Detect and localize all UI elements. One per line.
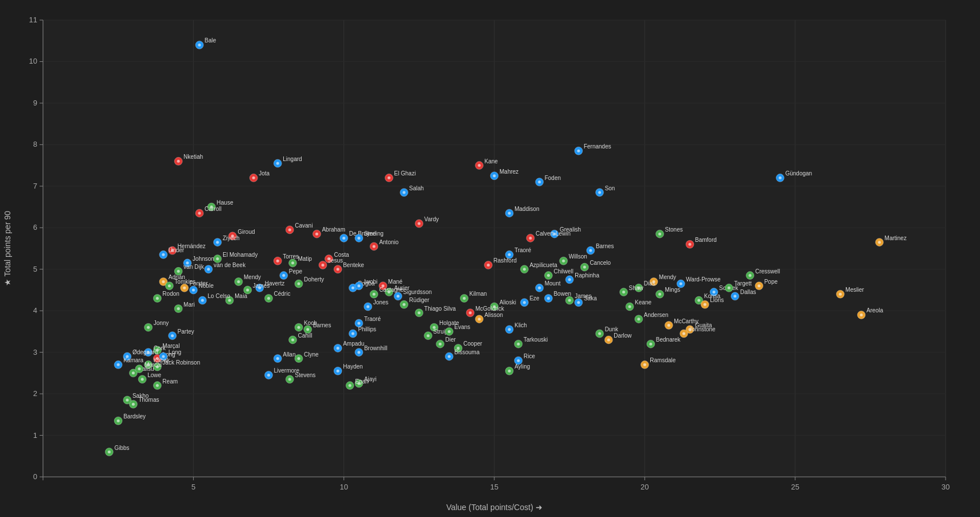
svg-point-163 xyxy=(276,357,279,360)
svg-point-103 xyxy=(667,324,670,327)
svg-point-101 xyxy=(628,305,631,308)
svg-point-201 xyxy=(117,420,120,422)
player-label: Sigurdsson xyxy=(403,289,432,295)
svg-point-83 xyxy=(658,233,661,236)
svg-point-129 xyxy=(508,370,511,373)
player-label: Jones xyxy=(373,299,389,306)
player-label: Cédric xyxy=(274,291,291,297)
svg-point-158 xyxy=(349,384,352,387)
svg-point-153 xyxy=(352,332,354,335)
svg-point-148 xyxy=(352,287,354,289)
svg-point-152 xyxy=(357,322,360,324)
player-label: Dunk xyxy=(605,326,619,332)
svg-point-111 xyxy=(568,299,571,302)
svg-point-120 xyxy=(508,253,511,256)
svg-point-123 xyxy=(478,318,481,320)
svg-text:Value (Total points/Cost) ➜: Value (Total points/Cost) ➜ xyxy=(446,503,542,512)
svg-point-162 xyxy=(297,357,300,360)
svg-point-95 xyxy=(728,287,731,289)
svg-point-176 xyxy=(192,288,195,291)
player-label: Rüdiger xyxy=(409,297,430,303)
player-label: Ünder xyxy=(169,247,185,253)
player-label: Johnson xyxy=(193,256,214,262)
chart-container: TOTAL FOOTBALL ANALYSIS 5101520253001234… xyxy=(0,0,980,517)
player-label: Brownhill xyxy=(364,345,388,351)
player-label: Stones xyxy=(665,226,683,233)
player-label: Benteke xyxy=(343,262,364,268)
player-label: Ramsdale xyxy=(650,357,676,363)
svg-point-150 xyxy=(373,293,376,296)
player-label: Cancelo xyxy=(589,260,611,266)
player-label: Ziyech xyxy=(222,235,239,241)
svg-point-130 xyxy=(517,359,520,362)
player-label: Traoré xyxy=(514,247,532,253)
svg-point-122 xyxy=(487,264,490,267)
player-label: Torres xyxy=(283,253,299,260)
svg-point-165 xyxy=(267,374,270,377)
player-label: Klich xyxy=(514,322,527,328)
svg-text:30: 30 xyxy=(942,483,950,491)
player-label: Fernandes xyxy=(584,143,611,150)
svg-text:10: 10 xyxy=(29,57,37,65)
player-label: Phillips xyxy=(358,326,376,332)
player-label: Sakho xyxy=(132,393,149,399)
svg-point-127 xyxy=(463,297,466,300)
player-label: Willson xyxy=(569,253,587,260)
player-label: Dallas xyxy=(740,289,756,295)
svg-point-154 xyxy=(357,351,360,354)
svg-text:6: 6 xyxy=(33,223,37,232)
svg-point-79 xyxy=(598,191,601,194)
svg-point-71 xyxy=(315,233,318,236)
svg-point-175 xyxy=(228,299,231,302)
svg-text:25: 25 xyxy=(791,483,799,491)
player-label: Lowe xyxy=(147,372,161,378)
svg-point-106 xyxy=(649,343,652,346)
svg-point-74 xyxy=(417,222,420,225)
player-label: Chilwell xyxy=(553,268,573,275)
svg-point-141 xyxy=(397,295,400,297)
svg-point-94 xyxy=(704,303,706,306)
svg-point-134 xyxy=(439,343,442,346)
svg-text:5: 5 xyxy=(192,483,196,491)
svg-text:20: 20 xyxy=(641,483,649,491)
svg-point-188 xyxy=(147,326,150,329)
svg-point-62 xyxy=(198,44,201,46)
player-label: Cooper xyxy=(463,340,482,347)
svg-point-67 xyxy=(252,177,255,179)
svg-point-155 xyxy=(337,347,339,350)
player-label: Eze xyxy=(529,295,540,301)
svg-point-167 xyxy=(276,260,279,263)
player-label: Cahill xyxy=(298,332,312,339)
player-label: Clyne xyxy=(304,351,319,358)
svg-point-93 xyxy=(697,299,700,302)
svg-point-205 xyxy=(138,367,140,370)
player-label: Mount xyxy=(545,280,561,287)
svg-point-117 xyxy=(583,266,586,269)
player-label: Alisson xyxy=(485,312,503,318)
player-label: Allan xyxy=(283,351,295,358)
svg-point-110 xyxy=(547,297,550,300)
svg-point-75 xyxy=(478,164,481,167)
player-label: Andersen xyxy=(644,312,669,318)
svg-point-121 xyxy=(523,268,526,271)
svg-point-112 xyxy=(538,287,541,289)
svg-point-84 xyxy=(779,177,782,179)
player-label: Vardy xyxy=(424,216,439,222)
player-label: Jota xyxy=(259,170,270,177)
svg-point-166 xyxy=(282,274,285,277)
svg-point-204 xyxy=(117,363,120,366)
player-label: Areola xyxy=(866,307,883,314)
svg-point-197 xyxy=(141,378,144,381)
svg-text:1: 1 xyxy=(33,431,37,440)
svg-point-89 xyxy=(839,293,842,296)
player-label: Lo Celso xyxy=(208,293,231,299)
player-label: Mendy xyxy=(244,274,261,280)
svg-point-142 xyxy=(373,245,376,248)
svg-point-189 xyxy=(171,334,174,337)
player-label: Lingard xyxy=(283,156,302,162)
svg-point-109 xyxy=(598,332,601,335)
player-label: Maddison xyxy=(514,206,539,212)
svg-text:8: 8 xyxy=(33,140,37,148)
player-label: Traoré xyxy=(364,316,381,322)
svg-point-105 xyxy=(682,332,685,335)
